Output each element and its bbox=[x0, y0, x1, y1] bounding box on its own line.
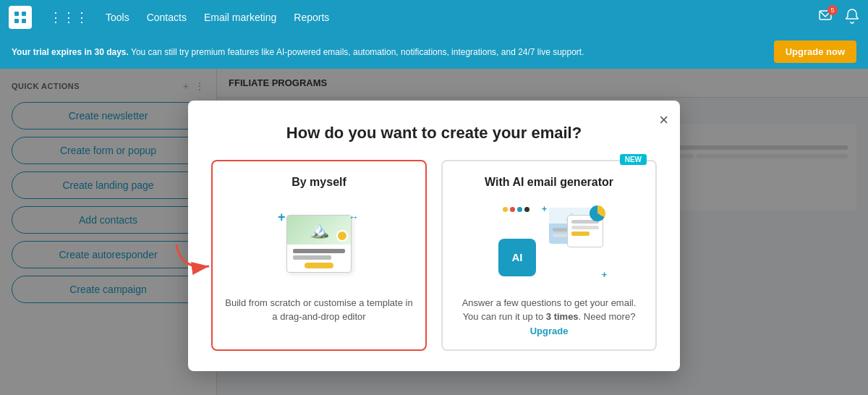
ai-illustration: 🏔️ AI bbox=[454, 200, 644, 287]
modal-dialog: × How do you want to create your email? bbox=[188, 101, 680, 372]
new-badge: NEW bbox=[620, 154, 647, 165]
ai-box: AI bbox=[498, 239, 536, 276]
option-ai-desc: Answer a few questions to get your email… bbox=[454, 296, 644, 339]
option-by-myself[interactable]: By myself 🏔️ bbox=[211, 160, 427, 352]
bell-button[interactable] bbox=[845, 8, 859, 27]
option-myself-title: By myself bbox=[224, 176, 414, 189]
dot-yellow bbox=[503, 207, 508, 212]
upgrade-now-button[interactable]: Upgrade now bbox=[774, 41, 856, 63]
cursor-icon: ↔ bbox=[349, 211, 359, 223]
myself-illustration: 🏔️ + ↔ bbox=[224, 200, 414, 287]
top-navigation: ⋮⋮⋮ Tools Contacts Email marketing Repor… bbox=[0, 0, 868, 35]
modal-overlay[interactable]: × How do you want to create your email? bbox=[0, 69, 868, 395]
main-content: QUICK ACTIONS + ⋮ Create newsletter Crea… bbox=[0, 69, 868, 395]
trial-banner: Your trial expires in 30 days. You can s… bbox=[0, 35, 868, 69]
nav-contacts[interactable]: Contacts bbox=[147, 12, 187, 23]
modal-options: By myself 🏔️ bbox=[211, 160, 657, 352]
ai-plus-2: + bbox=[602, 270, 607, 280]
svg-rect-3 bbox=[22, 19, 26, 23]
svg-rect-2 bbox=[14, 19, 19, 23]
ai-pie-chart bbox=[590, 205, 605, 221]
nav-tools[interactable]: Tools bbox=[106, 12, 129, 23]
trial-text: Your trial expires in 30 days. You can s… bbox=[12, 47, 584, 57]
dot-dark bbox=[524, 207, 529, 212]
ai-dots bbox=[498, 204, 534, 215]
ai-label: AI bbox=[512, 251, 523, 263]
nav-email-marketing[interactable]: Email marketing bbox=[204, 12, 276, 23]
plus-icon: + bbox=[278, 210, 286, 225]
red-arrow-icon bbox=[173, 241, 216, 277]
nav-reports[interactable]: Reports bbox=[294, 12, 329, 23]
dot-blue bbox=[517, 207, 522, 212]
option-ai-generator[interactable]: NEW With AI email generator 🏔️ bbox=[441, 160, 657, 352]
option-myself-desc: Build from scratch or customise a templa… bbox=[224, 296, 414, 324]
dot-red bbox=[510, 207, 515, 212]
modal-close-button[interactable]: × bbox=[659, 112, 668, 128]
ai-plus-1: + bbox=[542, 204, 547, 214]
modal-title: How do you want to create your email? bbox=[211, 124, 657, 143]
notification-badge: 5 bbox=[827, 5, 838, 15]
doc-preview: 🏔️ bbox=[286, 215, 352, 273]
option-ai-title: With AI email generator bbox=[454, 176, 644, 189]
svg-rect-0 bbox=[14, 12, 19, 16]
app-logo[interactable] bbox=[9, 6, 32, 29]
notifications-button[interactable]: 5 bbox=[817, 8, 833, 27]
svg-rect-1 bbox=[22, 12, 26, 16]
grid-icon[interactable]: ⋮⋮⋮ bbox=[49, 9, 88, 25]
upgrade-link[interactable]: Upgrade bbox=[530, 326, 569, 336]
